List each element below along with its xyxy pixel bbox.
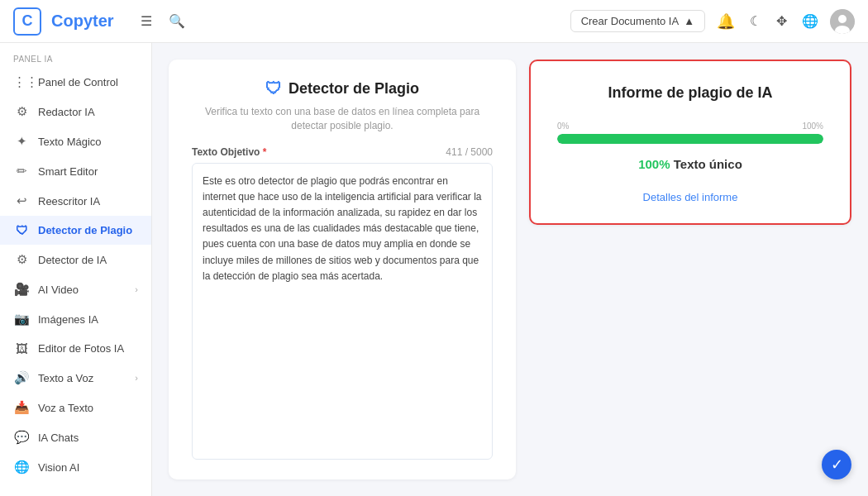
speaker-icon: 🔊 <box>13 370 30 385</box>
sidebar-item-smart-editor[interactable]: ✏ Smart Editor <box>0 156 151 186</box>
sidebar-label-detector-ia: Detector de IA <box>38 254 107 266</box>
menu-icon: ☰ <box>141 13 152 29</box>
fullscreen-button[interactable]: ✥ <box>773 10 790 32</box>
dark-mode-button[interactable]: ☾ <box>746 10 765 32</box>
label-0: 0% <box>557 122 569 131</box>
sidebar-item-ai-video[interactable]: 🎥 AI Video › <box>0 274 151 304</box>
chevron-right-icon: › <box>135 284 138 294</box>
unique-text: 100% Texto único <box>557 157 823 171</box>
chevron-up-icon: ▲ <box>684 15 694 27</box>
sidebar-label-texto-magico: Texto Mágico <box>38 136 102 148</box>
detalles-link[interactable]: Detalles del informe <box>557 191 823 203</box>
panel-title: 🛡 Detector de Plagio <box>192 79 493 98</box>
report-card: Informe de plagio de IA 0% 100% 100% Tex… <box>529 60 851 225</box>
crear-doc-label: Crear Documento IA <box>581 15 680 27</box>
sidebar-section-label: PANEL IA <box>0 43 151 67</box>
logo-text: Copyter <box>51 12 114 31</box>
moon-icon: ☾ <box>750 13 761 29</box>
header: C Copyter ☰ 🔍 Crear Documento IA ▲ 🔔 ☾ ✥… <box>0 0 868 43</box>
magic-icon: ✦ <box>13 134 30 149</box>
required-mark: * <box>263 146 267 158</box>
globe-icon: 🌐 <box>802 13 818 29</box>
sidebar-item-redactor-ia[interactable]: ⚙ Redactor IA <box>0 97 151 126</box>
sidebar-item-voz-a-texto[interactable]: 📥 Voz a Texto <box>0 393 151 422</box>
fullscreen-icon: ✥ <box>776 13 787 29</box>
sidebar-label-ia-chats: IA Chats <box>38 432 79 444</box>
char-counter: 411 / 5000 <box>446 146 493 158</box>
rewrite-icon: ↩ <box>13 193 30 208</box>
panel-header: 🛡 Detector de Plagio <box>192 79 493 98</box>
panel-subtitle: Verifica tu texto con una base de datos … <box>192 105 493 133</box>
menu-button[interactable]: ☰ <box>137 10 155 32</box>
text-input-area[interactable]: Este es otro detector de plagio que podr… <box>192 163 493 460</box>
sidebar-label-detector-plagio: Detector de Plagio <box>38 224 132 236</box>
progress-bar-wrap: 0% 100% <box>557 122 823 144</box>
sidebar-item-texto-a-voz[interactable]: 🔊 Texto a Voz › <box>0 363 151 393</box>
progress-fill <box>557 134 823 144</box>
field-label-row: Texto Objetivo * 411 / 5000 <box>192 146 493 158</box>
field-label-text: Texto Objetivo * <box>192 146 266 158</box>
language-button[interactable]: 🌐 <box>799 10 822 32</box>
sidebar-label-smart-editor: Smart Editor <box>38 165 98 178</box>
fab-button[interactable]: ✓ <box>822 450 851 479</box>
content-area: 🛡 Detector de Plagio Verifica tu texto c… <box>152 43 868 496</box>
header-icons: Crear Documento IA ▲ 🔔 ☾ ✥ 🌐 <box>570 9 855 34</box>
photo-edit-icon: 🖼 <box>13 341 30 355</box>
sidebar-item-ia-chats[interactable]: 💬 IA Chats <box>0 422 151 452</box>
label-100: 100% <box>802 122 823 131</box>
sidebar-item-reescritor-ia[interactable]: ↩ Reescritor IA <box>0 186 151 216</box>
shield-panel-icon: 🛡 <box>265 79 282 98</box>
chevron-right-icon-2: › <box>135 373 138 383</box>
video-icon: 🎥 <box>13 282 30 297</box>
globe-sidebar-icon: 🌐 <box>13 460 30 475</box>
right-panel: Informe de plagio de IA 0% 100% 100% Tex… <box>529 60 851 479</box>
cpu-icon: ⚙ <box>13 252 30 267</box>
report-title: Informe de plagio de IA <box>557 84 823 102</box>
sidebar-label-editor-fotos-ia: Editor de Fotos IA <box>38 342 124 355</box>
sidebar-item-texto-magico[interactable]: ✦ Texto Mágico <box>0 126 151 156</box>
logo-letter: C <box>22 12 33 30</box>
sidebar-item-vision-ai[interactable]: 🌐 Vision AI <box>0 452 151 482</box>
sidebar-item-detector-plagio[interactable]: 🛡 Detector de Plagio <box>0 216 151 245</box>
text-content: Este es otro detector de plagio que podr… <box>203 175 482 282</box>
left-panel: 🛡 Detector de Plagio Verifica tu texto c… <box>169 60 516 479</box>
svg-point-1 <box>838 15 847 23</box>
grid-icon: ⋮⋮ <box>13 74 30 89</box>
main-layout: PANEL IA ⋮⋮ Panel de Control ⚙ Redactor … <box>0 43 868 496</box>
unique-label-bold: Texto único <box>674 157 742 171</box>
sidebar-label-redactor-ia: Redactor IA <box>38 106 95 118</box>
sidebar-label-panel-control: Panel de Control <box>38 76 118 88</box>
sidebar-label-texto-a-voz: Texto a Voz <box>38 372 93 384</box>
notification-button[interactable]: 🔔 <box>713 9 738 34</box>
shield-icon: 🛡 <box>13 223 30 237</box>
unique-pct: 100% <box>638 157 670 171</box>
settings-icon: ⚙ <box>13 104 30 119</box>
check-icon: ✓ <box>831 455 843 474</box>
sidebar-label-vision-ai: Vision AI <box>38 461 79 474</box>
search-icon: 🔍 <box>169 13 185 29</box>
sidebar: PANEL IA ⋮⋮ Panel de Control ⚙ Redactor … <box>0 43 152 496</box>
avatar[interactable] <box>830 9 855 34</box>
sidebar-label-ai-video: AI Video <box>38 284 79 296</box>
search-button[interactable]: 🔍 <box>165 10 188 32</box>
logo-box: C <box>13 7 41 36</box>
sidebar-label-reescritor-ia: Reescritor IA <box>38 195 100 207</box>
edit-icon: ✏ <box>13 164 30 179</box>
crear-documento-button[interactable]: Crear Documento IA ▲ <box>570 10 705 32</box>
sidebar-item-editor-fotos-ia[interactable]: 🖼 Editor de Fotos IA <box>0 334 151 363</box>
sidebar-item-panel-control[interactable]: ⋮⋮ Panel de Control <box>0 67 151 97</box>
sidebar-label-voz-a-texto: Voz a Texto <box>38 402 93 414</box>
camera-icon: 📷 <box>13 312 30 327</box>
mic-icon: 📥 <box>13 400 30 415</box>
sidebar-item-detector-ia[interactable]: ⚙ Detector de IA <box>0 245 151 274</box>
sidebar-item-imagenes-ia[interactable]: 📷 Imágenes IA <box>0 304 151 334</box>
bell-icon: 🔔 <box>717 12 735 31</box>
chat-icon: 💬 <box>13 430 30 445</box>
sidebar-label-imagenes-ia: Imágenes IA <box>38 313 98 326</box>
progress-labels: 0% 100% <box>557 122 823 131</box>
progress-track <box>557 134 823 144</box>
